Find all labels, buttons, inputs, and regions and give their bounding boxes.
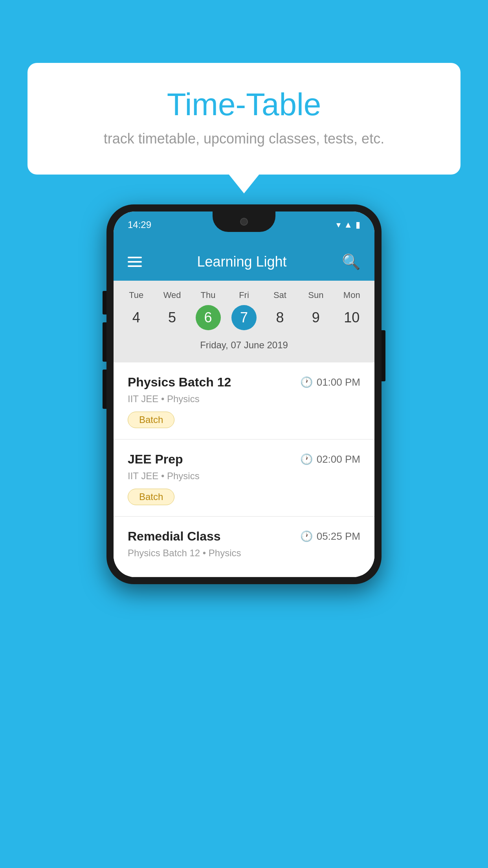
day-label: Fri	[239, 290, 249, 300]
schedule-item-header: Physics Batch 12🕐 01:00 PM	[128, 375, 360, 390]
hamburger-menu-button[interactable]	[128, 257, 142, 267]
signal-icon: ▲	[344, 220, 352, 230]
days-row: Tue4Wed5Thu6Fri7Sat8Sun9Mon10	[114, 290, 374, 330]
calendar-day-col[interactable]: Sun9	[300, 290, 332, 330]
clock-icon: 🕐	[300, 530, 313, 542]
schedule-title: JEE Prep	[128, 452, 183, 467]
batch-badge: Batch	[128, 412, 174, 428]
app-bar-title: Learning Light	[197, 254, 286, 270]
speech-bubble-section: Time-Table track timetable, upcoming cla…	[28, 63, 460, 175]
schedule-time: 🕐 01:00 PM	[300, 376, 360, 388]
app-bar: Learning Light 🔍	[114, 243, 374, 281]
day-label: Mon	[343, 290, 360, 300]
bubble-title: Time-Table	[59, 86, 429, 123]
notch-area: 14:29 ▾ ▲ ▮	[114, 211, 374, 243]
selected-date-label: Friday, 07 June 2019	[114, 336, 374, 358]
schedule-time: 🕐 02:00 PM	[300, 453, 360, 465]
clock-icon: 🕐	[300, 376, 313, 388]
batch-badge: Batch	[128, 489, 174, 505]
hamburger-line-3	[128, 265, 142, 267]
day-number: 6	[196, 305, 221, 330]
day-number: 5	[160, 305, 185, 330]
schedule-meta: IIT JEE • Physics	[128, 394, 360, 405]
day-label: Wed	[163, 290, 181, 300]
schedule-meta: Physics Batch 12 • Physics	[128, 548, 360, 559]
side-button-extra	[103, 370, 106, 409]
side-button-volume-down	[103, 322, 106, 362]
schedule-title: Remedial Class	[128, 529, 221, 544]
day-label: Thu	[201, 290, 216, 300]
day-number: 4	[124, 305, 149, 330]
schedule-title: Physics Batch 12	[128, 375, 231, 390]
schedule-item[interactable]: JEE Prep🕐 02:00 PMIIT JEE • PhysicsBatch	[114, 440, 374, 517]
side-button-power	[382, 330, 385, 381]
phone-screen: 14:29 ▾ ▲ ▮ Learning Li	[114, 211, 374, 577]
schedule-meta: IIT JEE • Physics	[128, 471, 360, 482]
side-button-volume-up	[103, 291, 106, 314]
status-time: 14:29	[128, 219, 151, 230]
phone-outer-shell: 14:29 ▾ ▲ ▮ Learning Li	[106, 204, 382, 584]
day-number: 9	[303, 305, 328, 330]
calendar-day-col[interactable]: Sat8	[264, 290, 295, 330]
calendar-day-col[interactable]: Fri7	[228, 290, 260, 330]
battery-icon: ▮	[356, 220, 360, 230]
schedule-item[interactable]: Remedial Class🕐 05:25 PMPhysics Batch 12…	[114, 517, 374, 577]
clock-icon: 🕐	[300, 453, 313, 465]
bubble-subtitle: track timetable, upcoming classes, tests…	[59, 131, 429, 147]
schedule-item[interactable]: Physics Batch 12🕐 01:00 PMIIT JEE • Phys…	[114, 362, 374, 440]
hamburger-line-2	[128, 261, 142, 263]
day-number: 8	[267, 305, 292, 330]
speech-bubble: Time-Table track timetable, upcoming cla…	[28, 63, 460, 175]
search-button[interactable]: 🔍	[342, 253, 360, 270]
hamburger-line-1	[128, 257, 142, 258]
calendar-strip: Tue4Wed5Thu6Fri7Sat8Sun9Mon10 Friday, 07…	[114, 281, 374, 362]
phone-mockup: 14:29 ▾ ▲ ▮ Learning Li	[106, 204, 382, 868]
calendar-day-col[interactable]: Tue4	[121, 290, 152, 330]
day-number: 10	[339, 305, 364, 330]
schedule-item-header: JEE Prep🕐 02:00 PM	[128, 452, 360, 467]
status-icons: ▾ ▲ ▮	[336, 220, 360, 230]
schedule-item-header: Remedial Class🕐 05:25 PM	[128, 529, 360, 544]
schedule-list: Physics Batch 12🕐 01:00 PMIIT JEE • Phys…	[114, 362, 374, 577]
schedule-time: 🕐 05:25 PM	[300, 530, 360, 542]
day-label: Tue	[129, 290, 143, 300]
notch-bump	[213, 211, 275, 232]
day-number: 7	[231, 305, 257, 330]
wifi-icon: ▾	[336, 220, 341, 230]
calendar-day-col[interactable]: Mon10	[336, 290, 367, 330]
camera	[240, 218, 248, 226]
calendar-day-col[interactable]: Wed5	[156, 290, 188, 330]
calendar-day-col[interactable]: Thu6	[193, 290, 224, 330]
day-label: Sat	[273, 290, 286, 300]
day-label: Sun	[308, 290, 323, 300]
